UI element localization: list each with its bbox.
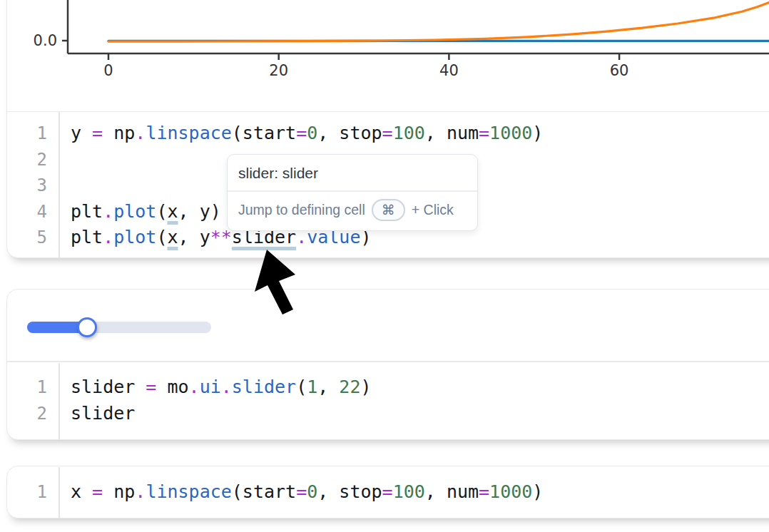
output-code-divider [7,361,769,362]
slider-widget[interactable] [27,322,211,333]
code-token: ( [156,227,167,247]
code-token: linspace [146,123,231,143]
code-token: = [479,481,489,502]
code-token: 100 [393,481,425,502]
command-key-icon: ⌘ [372,199,405,221]
variable-tooltip: slider: slider Jump to defining cell ⌘ +… [227,154,478,231]
line-number-gutter: 12345 [7,112,60,258]
code-token: mo [156,377,188,397]
line-number: 2 [7,147,47,173]
code-token: = [92,123,103,143]
code-token: 100 [393,123,425,143]
code-token: = [146,377,156,397]
code-token: , stop [317,123,382,143]
code-token: ( [156,201,167,222]
code-token: 0 [307,123,317,143]
code-token: 1 [307,377,317,397]
code-token: plot [113,201,156,222]
code-token: ui [200,377,221,397]
tooltip-action-row: Jump to defining cell ⌘ + Click [228,190,477,230]
code-token: ) [532,481,543,502]
code-token: , y) [178,201,221,222]
code-lines: x = np.linspace(start=0, stop=100, num=1… [60,467,543,518]
code-token: . [135,123,146,143]
code-token: np [103,481,135,502]
line-number-gutter: 1 [7,467,60,518]
code-editor-x-cell[interactable]: 1 x = np.linspace(start=0, stop=100, num… [7,467,769,518]
code-token: (start [232,123,296,143]
code-token: ) [532,123,543,143]
code-token: = [92,481,103,502]
code-token: 22 [339,377,360,397]
code-token: = [479,123,489,143]
code-token: ( [296,377,307,397]
line-number: 4 [7,199,47,225]
line-number: 1 [7,374,47,401]
code-token: . [103,227,113,247]
code-token: np [103,123,135,143]
code-token: , [317,377,339,397]
jump-to-defining-cell-label: Jump to defining cell [238,202,365,218]
code-token: (start [232,481,296,502]
code-token: plt [71,227,103,247]
code-lines: slider = mo.ui.slider(1, 22)slider [60,363,372,440]
code-token: plt [71,201,103,222]
line-number: 1 [7,121,47,147]
code-token: 1000 [489,123,532,143]
code-line: slider [71,401,372,427]
code-token: = [382,123,393,143]
code-token: = [296,123,307,143]
marimo-notebook: { "colors": { "accent_blue": "#4d7af2", … [0,0,769,532]
code-token: plot [113,227,156,247]
line-number: 2 [7,401,47,427]
variable-reference[interactable]: x [168,227,178,247]
code-line: slider = mo.ui.slider(1, 22) [71,374,372,401]
code-token: ) [360,377,371,397]
code-editor-slider-cell[interactable]: 12 slider = mo.ui.slider(1, 22)slider [7,363,769,440]
code-token: slider [232,377,296,397]
code-token: 1000 [489,481,532,502]
code-token: , stop [317,481,382,502]
code-line: y = np.linspace(start=0, stop=100, num=1… [71,121,543,147]
code-token: , num [425,481,479,502]
code-token: slider [71,377,146,397]
line-number-gutter: 12 [7,363,60,440]
code-line: x = np.linspace(start=0, stop=100, num=1… [71,479,543,506]
code-token: x [71,481,92,502]
code-token: . [135,481,146,502]
code-token: linspace [146,481,231,502]
tooltip-title: slider: slider [228,155,477,190]
code-token: , num [425,123,479,143]
line-number: 5 [7,225,47,251]
code-token: , y [178,227,210,247]
variable-reference[interactable]: x [168,201,178,222]
code-token: 0 [307,481,317,502]
click-hint-label: + Click [412,202,454,218]
code-token: . [221,377,232,397]
line-number: 3 [7,173,47,199]
code-token: y [71,123,92,143]
code-token: . [189,377,200,397]
code-token: = [382,481,393,502]
slider-thumb[interactable] [77,317,97,337]
code-token: = [296,481,307,502]
code-token: . [103,201,113,222]
line-number: 1 [7,479,47,506]
code-token: slider [71,403,135,424]
